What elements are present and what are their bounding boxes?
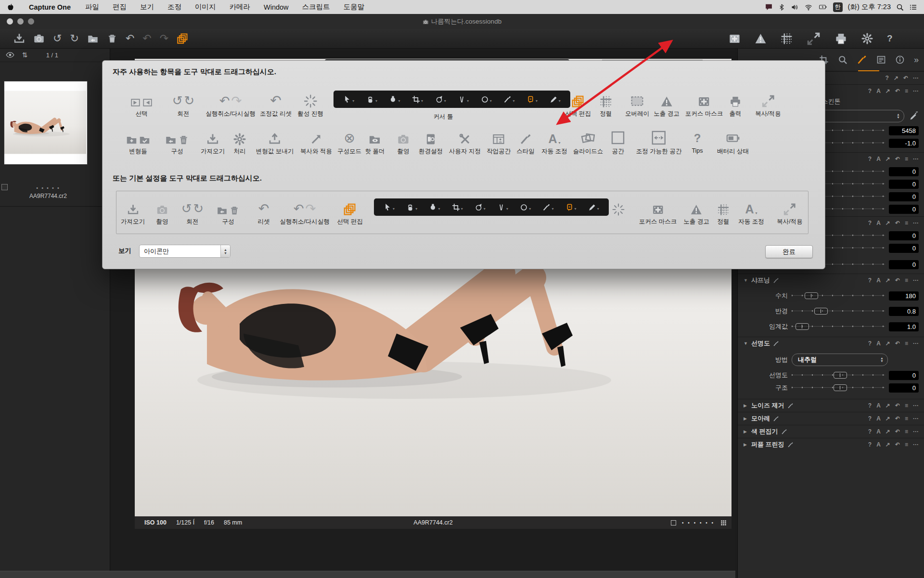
dialog-item-activity[interactable]: 활성 진행	[297, 89, 323, 118]
preset-list-icon[interactable]: ≡	[905, 428, 908, 435]
dialog-item-space[interactable]: 공간	[610, 126, 626, 156]
dialog-item-customize[interactable]: 사용자 지정	[449, 126, 481, 156]
default-item-rotate[interactable]: ↺↻ 회전	[181, 197, 204, 226]
default-item-auto-adjust[interactable]: A▾ 자동 조정	[738, 197, 764, 226]
pan-hand-tool[interactable]: ▾	[405, 203, 419, 211]
more-icon[interactable]: ···	[913, 428, 919, 435]
dialog-item-send-variants[interactable]: 변형값 보내기	[256, 126, 294, 156]
menu-camera[interactable]: 카메라	[223, 2, 257, 12]
import-icon[interactable]	[13, 33, 25, 44]
dialog-item-battery-status[interactable]: 배터리 상태	[717, 126, 749, 156]
local-adjust-brush-icon[interactable]	[773, 277, 779, 284]
question-icon[interactable]: ?	[868, 88, 872, 94]
question-icon[interactable]: ?	[868, 402, 872, 409]
local-reset-icon[interactable]: ↶	[895, 88, 900, 94]
shadow-value[interactable]: 0	[889, 260, 919, 269]
more-icon[interactable]: ···	[913, 156, 919, 162]
dialog-item-select[interactable]: 선택	[130, 89, 153, 118]
preset-list-icon[interactable]: ≡	[905, 340, 908, 347]
draw-mask-brush-tool[interactable]: ▾	[502, 95, 516, 104]
dialog-cursor-tools-bar[interactable]: ▾▾▾▾▾▾▾▾▾▾	[334, 91, 570, 108]
question-icon[interactable]: ?	[868, 428, 872, 435]
notification-bubble-icon[interactable]	[765, 3, 773, 11]
local-reset-icon[interactable]: ↶	[895, 402, 900, 409]
more-icon[interactable]: ···	[913, 277, 919, 284]
question-icon[interactable]: ?	[868, 340, 872, 347]
letter-a-icon[interactable]: A	[876, 340, 881, 347]
default-cursor-tools-bar[interactable]: ▾▾▾▾▾▾▾▾▾▾	[374, 198, 609, 216]
copy-arrow-icon[interactable]: ↗	[886, 340, 890, 347]
spot-removal-tool[interactable]: ▾	[518, 203, 532, 211]
structure-value[interactable]: 0	[889, 383, 919, 393]
volume-icon[interactable]	[791, 3, 799, 11]
draw-mask-brush-tool[interactable]: ▾	[541, 203, 555, 211]
default-item-copy-apply[interactable]: 복사/적용	[777, 197, 802, 226]
hidden-value-6[interactable]: 0	[889, 244, 919, 253]
straighten-rotate-tool[interactable]: ▾	[473, 203, 487, 211]
copy-arrow-icon[interactable]: ↗	[886, 415, 890, 422]
more-icon[interactable]: ···	[913, 220, 919, 226]
local-reset-icon[interactable]: ↶	[895, 428, 900, 435]
loupe-tool[interactable]: ▾	[387, 95, 401, 104]
more-icon[interactable]: ···	[913, 441, 919, 448]
copy-arrow-icon[interactable]: ↗	[894, 75, 898, 81]
dialog-item-rotate[interactable]: ↺↻ 회전	[172, 89, 195, 118]
settings-gear-icon[interactable]	[861, 33, 873, 44]
sort-icon[interactable]: ⇅	[22, 51, 28, 59]
select-pointer-tool[interactable]: ▾	[342, 95, 356, 104]
dialog-item-tips[interactable]: ? Tips	[692, 126, 703, 154]
letter-a-icon[interactable]: A	[876, 156, 881, 162]
menu-help[interactable]: 도움말	[337, 2, 372, 12]
question-icon[interactable]: ?	[868, 220, 872, 226]
more-icon[interactable]: ···	[913, 340, 919, 347]
preset-list-icon[interactable]: ≡	[905, 402, 908, 409]
crop-tool[interactable]: ▾	[450, 203, 464, 211]
tint-value[interactable]: -1.0	[889, 139, 919, 148]
local-reset-icon[interactable]: ↶	[895, 156, 900, 162]
dialog-item-slideshow[interactable]: 슬라이드쇼	[573, 126, 603, 156]
redo-icon[interactable]: ↷	[160, 33, 168, 44]
question-icon[interactable]: ?	[868, 415, 872, 422]
done-button[interactable]: 완료	[765, 245, 813, 258]
dialog-item-preferences[interactable]: 환경설정	[419, 126, 443, 156]
keystone-tool[interactable]: ▾	[456, 95, 470, 104]
letter-a-icon[interactable]: A	[876, 428, 881, 435]
gradient-mask-tool[interactable]: ▾	[587, 203, 601, 211]
rating-dots[interactable]: • • • • •	[0, 185, 96, 191]
visibility-eye-icon[interactable]	[6, 51, 14, 59]
copy-arrow-icon[interactable]: ↗	[886, 156, 890, 162]
preset-list-icon[interactable]: ≡	[905, 156, 908, 162]
tab-presets-icon[interactable]	[876, 55, 886, 65]
default-item-exposure-warning[interactable]: 노출 경고	[683, 197, 709, 226]
moire-header[interactable]: ▶ 모아레 ?A↗↶≡···	[738, 412, 924, 425]
tab-adjustments-brush-icon[interactable]	[857, 54, 867, 65]
default-item-import[interactable]: 가져오기	[121, 197, 145, 226]
local-adjust-brush-icon[interactable]	[787, 442, 794, 448]
default-item-align[interactable]: 정렬	[718, 197, 730, 226]
collapse-closed-icon[interactable]: ▶	[744, 429, 748, 434]
radius-slider[interactable]	[792, 308, 885, 315]
gradient-mask-tool[interactable]: ▾	[548, 95, 562, 104]
nav-dots[interactable]: • • • • • •	[682, 520, 715, 525]
more-icon[interactable]: ···	[913, 415, 919, 422]
menu-list-icon[interactable]	[909, 3, 917, 11]
dialog-item-auto-adjust[interactable]: A▾ 자동 조정	[541, 126, 567, 156]
reset-adjustments-icon[interactable]: ↶	[126, 33, 134, 44]
question-icon[interactable]: ?	[868, 441, 872, 448]
menu-view[interactable]: 보기	[133, 2, 161, 12]
app-menu[interactable]: Capture One	[21, 3, 78, 11]
local-reset-icon[interactable]: ↶	[895, 415, 900, 422]
dialog-item-exposure-warning[interactable]: 노출 경고	[654, 89, 679, 118]
structure-slider[interactable]	[792, 384, 885, 391]
hidden-value-3[interactable]: 0	[889, 192, 919, 201]
dialog-item-capture[interactable]: 촬영	[397, 126, 410, 156]
preset-list-icon[interactable]: ≡	[905, 441, 908, 448]
copy-apply-icon[interactable]	[807, 32, 821, 46]
dialog-item-variants[interactable]: 변형들	[126, 126, 151, 156]
dialog-item-reset-adjustments[interactable]: ↶ 조정값 리셋	[260, 89, 292, 118]
local-reset-icon[interactable]: ↶	[895, 220, 900, 226]
erase-mask-tool[interactable]: ▾	[525, 95, 539, 104]
threshold-value[interactable]: 1.0	[889, 322, 919, 331]
print-icon[interactable]	[834, 32, 847, 45]
purple-fringing-header[interactable]: ▶ 퍼플 프린징 ?A↗↶≡···	[738, 438, 924, 451]
